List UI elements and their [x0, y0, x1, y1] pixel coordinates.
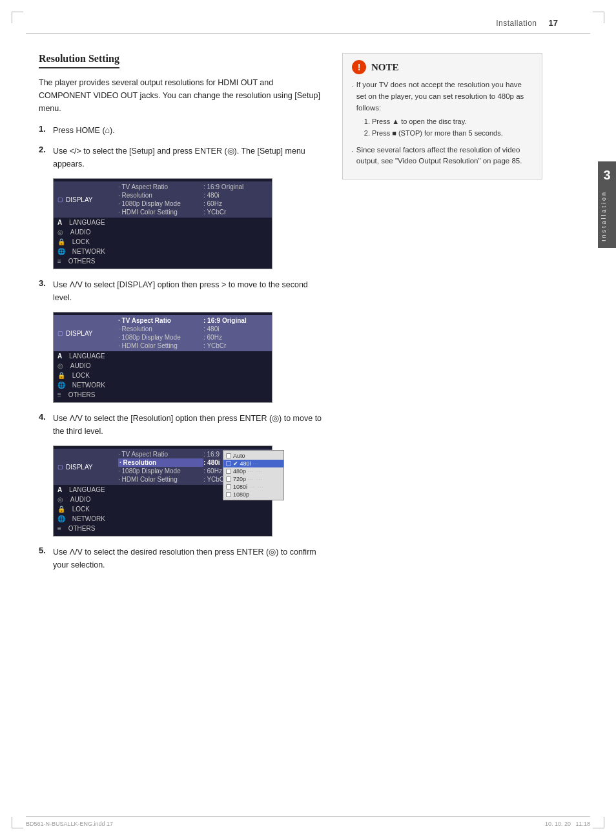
menu-row-audio: ◎ AUDIO	[54, 227, 272, 237]
footer-filename: BD561-N-BUSALLK-ENG.indd 17	[26, 821, 113, 827]
menu-row-display: ▢ DISPLAY · TV Aspect Ratio · Resolution…	[54, 181, 272, 218]
res-option-480i: ✔ 480i ···	[223, 460, 283, 467]
footer-datetime: 10. 10. 20 11:18	[545, 821, 590, 827]
section-title: Resolution Setting	[39, 53, 119, 68]
step-4-text: Use Λ/V to select the [Resolution] optio…	[53, 412, 323, 438]
step-3-text: Use Λ/V to select [DISPLAY] option then …	[53, 278, 323, 304]
res-option-1080p: 1080p	[223, 491, 283, 498]
note-header: ! NOTE	[352, 60, 533, 74]
page-footer: BD561-N-BUSALLK-ENG.indd 17 10. 10. 20 1…	[26, 816, 590, 827]
note-sub-list: Press ▲ to open the disc tray. Press ■ (…	[356, 116, 533, 139]
note-bullet-1-text: If your TV does not accept the resolutio…	[356, 79, 533, 139]
note-title: NOTE	[371, 62, 399, 73]
header-section: Installation	[496, 19, 537, 28]
menu-screenshot-3: ▢ DISPLAY · TV Aspect Ratio · Resolution…	[53, 446, 272, 537]
step-1: 1. Press HOME (⌂).	[39, 124, 323, 137]
menu-display-items-2: · TV Aspect Ratio · Resolution · 1080p D…	[116, 316, 203, 350]
chapter-number: 3	[601, 168, 613, 183]
note-bullet-2: · Since several factors affect the resol…	[352, 145, 533, 168]
res-option-480p: 480p ··· ···	[223, 467, 283, 475]
step-5-number: 5.	[39, 546, 53, 555]
step-1-number: 1.	[39, 124, 53, 134]
res-option-720p: 720p ··· ···	[223, 475, 283, 483]
main-content: Resolution Setting The player provides s…	[0, 34, 616, 579]
chapter-label: Installation	[601, 187, 607, 245]
corner-mark-br	[593, 817, 604, 828]
menu-row-language: A LANGUAGE	[54, 218, 272, 227]
note-icon: !	[352, 60, 366, 74]
intro-text: The player provides several output resol…	[39, 76, 323, 115]
menu-row-lock-3: 🔒 LOCK	[54, 504, 272, 514]
header-page-number: 17	[549, 18, 558, 28]
note-sub-item-2: Press ■ (STOP) for more than 5 seconds.	[364, 128, 533, 139]
note-sub-item-1: Press ▲ to open the disc tray.	[364, 116, 533, 128]
note-box: ! NOTE · If your TV does not accept the …	[342, 53, 542, 179]
menu-display-values-2: : 16:9 Original : 480i : 60Hz : YCbCr	[203, 316, 268, 350]
menu-row-lock: 🔒 LOCK	[54, 237, 272, 247]
resolution-dropdown: Auto ✔ 480i ··· 480p ··· ···	[223, 450, 284, 500]
note-bullet-2-text: Since several factors affect the resolut…	[356, 145, 533, 168]
menu-row-network: 🌐 NETWORK	[54, 247, 272, 256]
step-2-number: 2.	[39, 145, 53, 154]
menu-display-label: ▢ DISPLAY	[57, 196, 116, 203]
corner-mark-bl	[12, 817, 23, 828]
page-header: Installation 17	[26, 0, 590, 34]
res-option-1080i: 1080i ··· ···	[223, 483, 283, 491]
menu-row-others: ≡ OTHERS	[54, 256, 272, 266]
chapter-tab: 3 Installation	[598, 161, 616, 248]
menu-row-network-3: 🌐 NETWORK	[54, 514, 272, 524]
corner-mark-tr	[593, 12, 604, 23]
step-2-text: Use </> to select the [Setup] and press …	[53, 145, 323, 170]
menu-display-items-3: · TV Aspect Ratio · Resolution · 1080p D…	[116, 450, 203, 484]
left-column: Resolution Setting The player provides s…	[39, 53, 323, 579]
menu-screenshot-2: ▢ DISPLAY · TV Aspect Ratio · Resolution…	[53, 312, 272, 403]
menu-row-display-2: ▢ DISPLAY · TV Aspect Ratio · Resolution…	[54, 315, 272, 351]
menu-display-values-3: : 16:9 : 480i : 60Hz : YCbCr Auto ✔ 480i	[203, 450, 268, 484]
step-4: 4. Use Λ/V to select the [Resolution] op…	[39, 412, 323, 438]
step-4-number: 4.	[39, 412, 53, 422]
step-1-text: Press HOME (⌂).	[53, 124, 115, 137]
res-option-auto: Auto	[223, 452, 283, 460]
menu-row-display-3: ▢ DISPLAY · TV Aspect Ratio · Resolution…	[54, 449, 272, 485]
menu-row-others-2: ≡ OTHERS	[54, 390, 272, 400]
note-bullet-1: · If your TV does not accept the resolut…	[352, 79, 533, 139]
step-2: 2. Use </> to select the [Setup] and pre…	[39, 145, 323, 170]
menu-row-lock-2: 🔒 LOCK	[54, 371, 272, 380]
step-3: 3. Use Λ/V to select [DISPLAY] option th…	[39, 278, 323, 304]
step-5: 5. Use Λ/V to select the desired resolut…	[39, 546, 323, 571]
note-content: · If your TV does not accept the resolut…	[352, 79, 533, 167]
corner-mark-tl	[12, 12, 23, 23]
step-5-text: Use Λ/V to select the desired resolution…	[53, 546, 323, 571]
menu-display-values: : 16:9 Original : 480i : 60Hz : YCbCr	[203, 183, 268, 216]
menu-row-language-2: A LANGUAGE	[54, 351, 272, 361]
right-column: ! NOTE · If your TV does not accept the …	[342, 53, 542, 579]
menu-row-network-2: 🌐 NETWORK	[54, 380, 272, 390]
menu-row-audio-2: ◎ AUDIO	[54, 361, 272, 371]
menu-screenshot-1: ▢ DISPLAY · TV Aspect Ratio · Resolution…	[53, 178, 272, 269]
menu-row-others-3: ≡ OTHERS	[54, 524, 272, 533]
step-3-number: 3.	[39, 278, 53, 288]
menu-display-items: · TV Aspect Ratio · Resolution · 1080p D…	[116, 183, 203, 216]
